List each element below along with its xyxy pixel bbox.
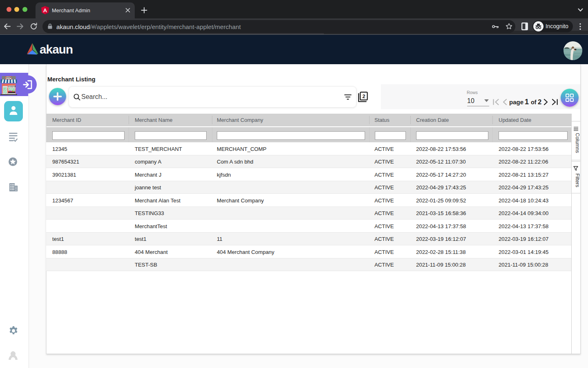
svg-text:A: A [43,7,47,13]
svg-text:SHOP: SHOP [6,77,11,79]
svg-text:2: 2 [363,94,365,99]
